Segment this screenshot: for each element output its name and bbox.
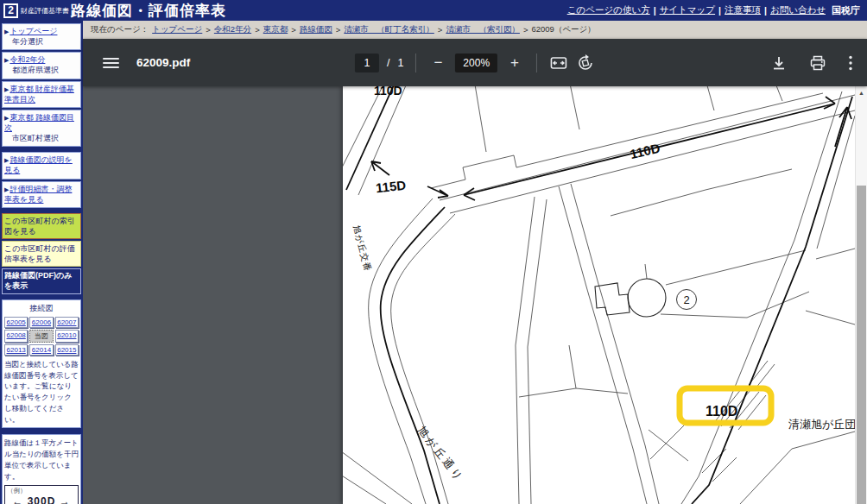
police-box-label: 旭が丘交番 [351,224,373,273]
connection-map-note: 当図と接続している路線価図番号を表示しています。ご覧になりたい番号をクリックし移… [4,359,79,425]
pdf-only-button[interactable]: 路線価図(PDF)のみを表示 [2,268,81,293]
sidebar-link-top-page[interactable]: トップページ [9,27,57,35]
rate-table-button[interactable]: この市区町村の評価倍率表を見る [2,241,81,267]
link-separator: | [654,5,656,16]
breadcrumb-separator: > [336,25,341,35]
connection-cell-62014[interactable]: 62014 [29,344,53,356]
pdf-page: 2 110D 115D 110D 110D 清瀬旭が丘団地 旭が丘通り 旭が丘交… [343,86,855,504]
page-number-input[interactable] [355,54,379,72]
bullet-icon: ▶ [4,28,9,35]
sidebar-link-rosenka-index[interactable]: 東京都 路線価図目次 [4,113,74,132]
connection-cell-62006[interactable]: 62006 [29,317,53,328]
pdf-toolbar: 62009.pdf / 1 − 200% + [83,39,867,86]
breadcrumb-item-year[interactable]: 令和2年分 [214,24,251,35]
map-road-emphasis [346,86,852,504]
page-title: 路線価図・評価倍率表 [71,1,226,21]
legend-example-label: （例） [7,487,76,495]
sidebar-link-year[interactable]: 令和2年分 [9,55,45,64]
connection-map-grid: 62005 62006 62007 62008 当図 62010 62013 6… [4,317,79,356]
toolbar-divider [415,54,416,72]
menu-icon[interactable] [103,58,119,68]
connection-cell-62007[interactable]: 62007 [55,317,79,328]
zoom-level-badge[interactable]: 200% [455,54,497,72]
logo-caption: 財産評価基準書 [21,6,69,16]
site-header: 2 財産評価基準書 路線価図・評価倍率表 このページの使い方 | サイトマップ … [0,0,867,21]
legend-example-box: （例） ← 300D → [4,485,79,504]
pdf-viewer: 62009.pdf / 1 − 200% + [83,39,867,504]
header-link-contact[interactable]: お問い合わせ [770,4,826,16]
connection-map-panel: 接続図 62005 62006 62007 62008 当図 62010 620… [2,299,81,429]
bullet-icon: ▶ [4,115,9,121]
scroll-up-arrow-icon[interactable]: ▲ [856,86,867,98]
print-icon[interactable] [809,54,826,72]
scrollbar-thumb[interactable] [857,186,866,504]
breadcrumb-item-current: 62009（ページ） [531,24,595,35]
road-value-highlighted: 110D [706,404,737,419]
bullet-icon: ▶ [4,157,9,163]
connection-cell-62013[interactable]: 62013 [4,344,28,356]
zoom-in-button[interactable]: + [505,54,524,72]
street-name-label: 旭が丘通り [415,424,466,484]
download-icon[interactable] [770,54,788,72]
sidebar: ▶トップページ 年分選択 ▶令和2年分 都道府県選択 ▶東京都 財産評価基準書目… [0,21,83,504]
sidebar-link-explanation[interactable]: 路線価図の説明を見る [4,155,73,174]
breadcrumb-label: 現在のページ： [91,24,149,35]
legend-panel: 路線価は１平方メートル当たりの価額を千円単位で表示しています。 （例） ← 30… [2,434,81,504]
legend-intro: 路線価は１平方メートル当たりの価額を千円単位で表示しています。 [4,438,79,482]
connection-cell-62015[interactable]: 62015 [55,344,79,356]
header-link-notes[interactable]: 注意事項 [725,4,761,16]
connection-cell-62005[interactable]: 62005 [4,317,28,328]
estate-name-label: 清瀬旭が丘団地 [788,418,855,431]
rotate-icon[interactable] [576,54,595,72]
connection-cell-62008[interactable]: 62008 [4,330,28,343]
breadcrumb: 現在のページ： トップページ > 令和2年分 > 東京都 > 路線価図 > 清瀬… [83,21,867,39]
link-separator: | [764,5,767,16]
sidebar-item-adjustment-table[interactable]: ▶評価明細書・調整率表を見る [2,181,81,208]
zoom-out-button[interactable]: − [428,54,447,72]
sidebar-item-year[interactable]: ▶令和2年分 都道府県選択 [2,52,81,79]
breadcrumb-item-rosenka[interactable]: 路線価図 [300,24,332,35]
vertical-scrollbar[interactable]: ▲ [855,86,867,504]
sidebar-item-rosenka-index[interactable]: ▶東京都 路線価図目次 市区町村選択 [2,110,81,147]
map-lines [343,86,855,504]
sidebar-sublabel: 年分選択 [12,36,79,47]
header-link-howto[interactable]: このページの使い方 [567,4,650,16]
legend-example-value: ← 300D → [7,495,76,504]
pdf-canvas-area: 2 110D 115D 110D 110D 清瀬旭が丘団地 旭が丘通り 旭が丘交… [83,86,867,504]
connection-cell-current: 当図 [29,330,53,343]
page-count: 1 [397,57,403,69]
agency-name: 国税庁 [832,4,860,17]
index-map-button[interactable]: この市区町村の索引図を見る [2,213,81,239]
breadcrumb-separator: > [291,25,296,35]
link-separator: | [718,5,721,16]
breadcrumb-separator: > [438,25,443,35]
sidebar-item-pref-index[interactable]: ▶東京都 財産評価基準書目次 [2,81,81,108]
road-value-main: 110D [629,141,661,161]
rosenka-map: 2 110D 115D 110D 110D 清瀬旭が丘団地 旭が丘通り 旭が丘交… [343,86,855,504]
breadcrumb-separator: > [206,25,211,35]
breadcrumb-item-city-map[interactable]: 清瀬市 （索引図） [446,24,520,35]
fit-to-width-icon[interactable] [549,54,568,72]
toolbar-divider [536,54,537,72]
sidebar-item-explanation[interactable]: ▶路線価図の説明を見る [2,152,81,179]
bullet-icon: ▶ [4,57,9,63]
header-link-sitemap[interactable]: サイトマップ [660,4,715,16]
page-separator: / [387,57,389,69]
bullet-icon: ▶ [4,86,9,92]
more-options-icon[interactable] [848,54,853,72]
bullet-icon: ▶ [4,186,9,192]
connection-cell-62010[interactable]: 62010 [55,330,79,343]
breadcrumb-separator: > [255,25,260,35]
header-links: このページの使い方 | サイトマップ | 注意事項 | お問い合わせ 国税庁 [567,4,860,17]
sidebar-item-top-page[interactable]: ▶トップページ 年分選択 [2,23,81,50]
district-number: 2 [683,293,689,306]
sidebar-sublabel: 市区町村選択 [12,133,79,143]
sidebar-link-pref-index[interactable]: 東京都 財産評価基準書目次 [4,85,74,104]
logo-number: 2 [8,4,14,16]
breadcrumb-item-pref[interactable]: 東京都 [263,24,288,35]
breadcrumb-item-city-index[interactable]: 清瀬市 （町丁名索引） [344,24,434,35]
sidebar-link-adjustment-table[interactable]: 評価明細書・調整率表を見る [4,185,72,204]
breadcrumb-item-top[interactable]: トップページ [152,24,202,35]
site-logo: 2 [3,3,18,18]
connection-map-title: 接続図 [4,303,79,314]
